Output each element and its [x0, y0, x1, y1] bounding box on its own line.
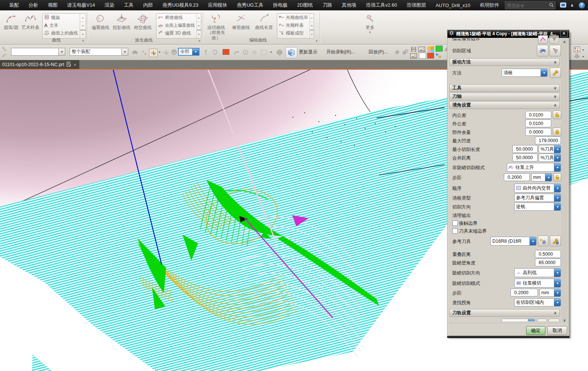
tab-close-icon[interactable]: × — [73, 62, 76, 68]
edit-tool-button[interactable] — [550, 236, 561, 246]
snap-enable-icon[interactable] — [149, 49, 158, 57]
snap-curve-icon[interactable] — [1, 52, 8, 59]
join-curve-button[interactable]: 连结曲线（即将失效） — [205, 13, 228, 45]
window-display-icon[interactable] — [559, 1, 567, 9]
menu-item[interactable]: 刀路 — [318, 2, 337, 9]
gallery-item-template-form[interactable]: 模板成型 — [277, 29, 310, 37]
clipped-button[interactable] — [548, 319, 559, 321]
selection-filter-combo[interactable] — [11, 48, 65, 56]
group-dialog-arrow-icon[interactable]: ▾ — [316, 39, 318, 43]
reference-tool-select[interactable]: D16R8 (D16R — [490, 237, 536, 246]
start-record-button[interactable]: 开始录制(R)... — [326, 49, 355, 55]
color-swatch-orange[interactable] — [427, 53, 434, 59]
dashed-selection-box-icon[interactable] — [260, 49, 268, 56]
root-type-select[interactable]: 参考刀具偏置 — [514, 194, 561, 202]
snap-target-icon[interactable] — [162, 49, 169, 56]
hexagon-point-icon[interactable] — [242, 49, 249, 56]
menu-item[interactable]: 视图 — [43, 2, 62, 9]
trim-curve-button[interactable]: 修剪曲线 — [231, 13, 251, 45]
outer-tolerance-input[interactable]: 0.0100 — [525, 119, 551, 127]
min-cut-length-unit-select[interactable]: %刀具 — [539, 145, 561, 153]
edit-method-button[interactable] — [550, 68, 561, 78]
snap-circle-icon[interactable] — [251, 49, 258, 56]
lock-open-icon[interactable] — [554, 173, 561, 181]
stepover-input[interactable]: 0.2000 — [504, 173, 530, 181]
chevron-down-icon[interactable] — [581, 46, 585, 53]
gallery-item-curve-on-surface[interactable]: 曲面上的曲线 — [43, 29, 80, 37]
new-tool-button[interactable] — [538, 236, 548, 246]
studio-spline-button[interactable]: 艺术样条 — [20, 13, 41, 45]
contact-boundary-checkbox[interactable] — [452, 220, 458, 226]
menu-item[interactable]: 应用模块 — [203, 2, 232, 9]
menu-item[interactable]: 内部 — [138, 2, 158, 9]
gallery-scroll[interactable]: ▴▾▾ — [196, 14, 201, 38]
steep-cut-mode-select[interactable]: 往复横切 — [514, 279, 561, 288]
min-cut-length-input[interactable]: 50.0000 — [512, 145, 538, 153]
offset-curve-button[interactable]: 偏置曲线 — [90, 13, 111, 45]
menu-item[interactable]: 装配 — [4, 2, 24, 9]
ok-button[interactable]: 确定 — [526, 326, 545, 335]
command-search-box[interactable] — [505, 1, 555, 9]
gallery-item-bridge-curve[interactable]: 桥接曲线 — [156, 14, 196, 22]
merge-distance-unit-select[interactable]: %刀具 — [539, 154, 561, 162]
find-corner-select[interactable]: 在切削区域内 — [514, 298, 561, 306]
color-swatch-green[interactable] — [436, 46, 443, 52]
part-stock-input[interactable]: 0.0000 — [525, 128, 551, 136]
trim-boundary-select-button[interactable] — [538, 35, 548, 44]
close-icon[interactable]: × — [560, 31, 568, 37]
menu-item[interactable]: 分析 — [24, 2, 43, 9]
steep-stepover-unit-select[interactable]: mm — [539, 289, 561, 297]
clipped-select[interactable] — [502, 319, 535, 321]
print-layers-icon[interactable] — [573, 53, 580, 60]
lock-closed-icon[interactable] — [553, 128, 561, 136]
menu-item[interactable]: 进玉电极V14 — [62, 2, 100, 9]
gallery-item-offset-3d[interactable]: 偏置 3D 曲线 — [156, 29, 196, 37]
chevron-down-icon[interactable] — [158, 49, 161, 56]
gallery-item-smooth-spline[interactable]: 光顺样条 — [277, 22, 310, 29]
menu-item[interactable]: 燕秀UG工具 — [232, 2, 268, 9]
lock-open-icon[interactable] — [553, 111, 561, 119]
gallery-item-offset-in-face[interactable]: 在面上偏置曲线 — [156, 22, 196, 29]
image-display-icon-2[interactable] — [410, 52, 417, 59]
swap-arrows-icon[interactable] — [435, 52, 442, 59]
image-display-icon[interactable] — [418, 46, 425, 53]
layer-colors-icon[interactable] — [573, 46, 580, 53]
gallery-scroll[interactable]: ▴▾▾ — [80, 14, 86, 38]
tool-end-boundary-checkbox[interactable] — [452, 228, 458, 234]
gallery-item-text[interactable]: A 文本 — [43, 22, 80, 29]
display-scope-combo[interactable]: 全部 — [178, 48, 199, 56]
rotate-view-icon[interactable] — [211, 49, 218, 56]
section-corner-settings[interactable]: 清角设置 ∧ — [449, 101, 560, 109]
overlap-distance-input[interactable]: 0.5000 — [535, 250, 561, 258]
playback-button[interactable]: 回放(P)... — [369, 49, 388, 55]
steep-wall-angle-input[interactable]: 65.0000 — [535, 259, 561, 266]
filter-binoculars-icon[interactable] — [131, 49, 138, 56]
save-display-icon[interactable] — [410, 46, 417, 53]
max-concavity-input[interactable]: 179.0000 — [535, 137, 561, 144]
menu-item[interactable]: 机明软件 — [475, 2, 504, 9]
section-path-settings[interactable]: 刀轨设置 ∧ — [449, 309, 560, 317]
merge-distance-input[interactable]: 50.0000 — [512, 154, 538, 161]
move-up-icon[interactable] — [202, 49, 209, 56]
selection-scope-combo[interactable]: 整个装配 — [70, 48, 128, 56]
method-select[interactable]: 清根 — [502, 69, 548, 77]
link-icon[interactable] — [233, 49, 240, 56]
menu-item[interactable]: AUTO_Drill_x10 — [431, 3, 475, 8]
arc-circle-button[interactable]: 圆弧/圆 — [1, 13, 22, 45]
rotate-object-icon[interactable] — [394, 49, 401, 56]
gallery-scroll[interactable]: ▴▾▾ — [310, 14, 314, 38]
cut-area-display-button[interactable] — [549, 45, 561, 56]
group-dialog-arrow-icon[interactable]: ▾ — [199, 39, 201, 43]
four-color-swatch[interactable] — [427, 46, 434, 53]
group-dialog-arrow-icon[interactable]: ▾ — [82, 39, 84, 43]
search-input[interactable] — [505, 3, 549, 8]
scroll-up-icon[interactable]: ∧ — [561, 39, 568, 45]
copy-objects-icon[interactable] — [402, 49, 409, 56]
color-swatch-white[interactable] — [419, 53, 426, 59]
chevron-down-icon[interactable] — [581, 53, 585, 60]
dialog-scrollbar[interactable]: ∧ ∨ — [561, 39, 568, 323]
menu-item[interactable]: 浩强工具v2.60 — [361, 2, 402, 9]
nonsteep-cut-mode-select[interactable]: 往复上升 — [507, 163, 561, 172]
color-swatch-red[interactable] — [222, 49, 229, 55]
section-tool-axis[interactable]: 刀轴 ∨ — [449, 93, 560, 101]
